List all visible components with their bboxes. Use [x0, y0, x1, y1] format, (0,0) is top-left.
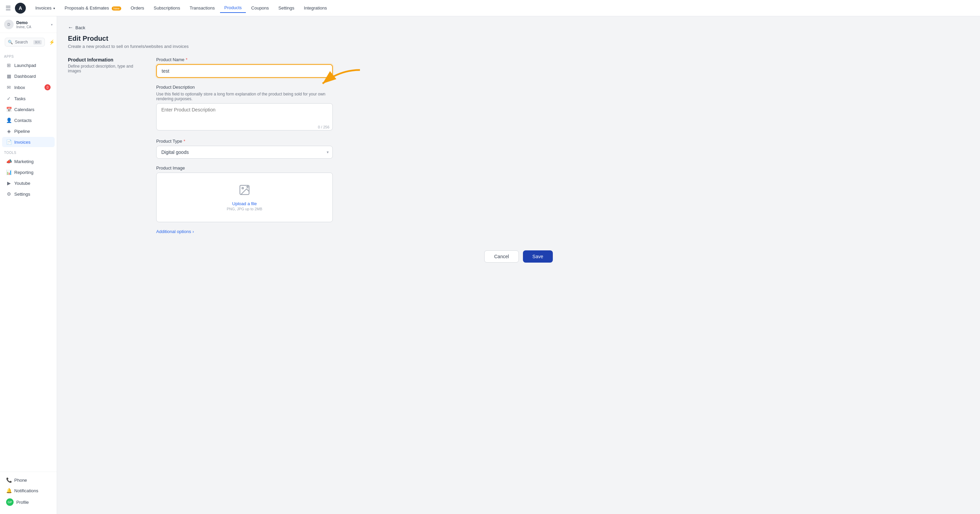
sidebar-item-youtube[interactable]: ▶ Youtube	[2, 178, 55, 188]
user-name: Demo	[16, 21, 48, 25]
sidebar-item-invoices[interactable]: 📄 Invoices	[2, 137, 55, 147]
sidebar-item-label: Calendars	[14, 107, 34, 112]
nav-subscriptions[interactable]: Subscriptions	[150, 3, 184, 13]
sidebar-item-label: Dashboard	[14, 74, 36, 79]
save-button[interactable]: Save	[523, 251, 553, 263]
sidebar-item-pipeline[interactable]: ◈ Pipeline	[2, 126, 55, 136]
main-content: ← Back Edit Product Create a new product…	[57, 16, 980, 514]
sidebar-item-label: Invoices	[14, 140, 30, 145]
new-badge: New	[112, 6, 121, 11]
product-name-input[interactable]	[156, 64, 333, 78]
product-description-helper: Use this field to optionally store a lon…	[156, 92, 333, 101]
additional-options-button[interactable]: Additional options ›	[156, 229, 333, 234]
sidebar-item-settings[interactable]: ⚙ Settings	[2, 189, 55, 199]
form-section-desc: Define product description, type and ima…	[68, 64, 143, 73]
sidebar-item-dashboard[interactable]: ▦ Dashboard	[2, 71, 55, 81]
hamburger-icon[interactable]: ☰	[5, 5, 11, 12]
product-description-label: Product Description	[156, 85, 333, 90]
required-indicator: *	[183, 139, 185, 144]
sidebar-item-notifications[interactable]: 🔔 Notifications	[2, 485, 55, 496]
phone-icon: 📞	[6, 477, 11, 483]
profile-avatar: GP	[6, 498, 14, 506]
reporting-icon: 📊	[6, 169, 11, 175]
nav-settings[interactable]: Settings	[274, 3, 299, 13]
upload-link[interactable]: Upload a file	[232, 201, 257, 206]
sidebar-item-label: Phone	[14, 478, 27, 483]
nav-integrations[interactable]: Integrations	[300, 3, 331, 13]
cancel-button[interactable]: Cancel	[484, 251, 519, 263]
nav-proposals[interactable]: Proposals & Estimates New	[60, 3, 125, 13]
sidebar: D Demo Irvine, CA ▾ 🔍 Search ⌘K ⚡ Apps ⊞…	[0, 16, 57, 514]
settings-icon: ⚙	[6, 191, 11, 197]
bolt-icon[interactable]: ⚡	[49, 40, 55, 45]
back-label: Back	[75, 25, 85, 30]
search-icon: 🔍	[8, 40, 13, 45]
image-upload-area[interactable]: Upload a file PNG, JPG up to 2MB	[156, 172, 333, 222]
sidebar-user[interactable]: D Demo Irvine, CA ▾	[0, 16, 57, 33]
sidebar-item-profile[interactable]: GP Profile	[2, 496, 55, 508]
nav-products[interactable]: Products	[220, 3, 245, 13]
back-button[interactable]: ← Back	[68, 24, 969, 30]
required-indicator: *	[186, 57, 188, 62]
nav-invoices[interactable]: Invoices ▾	[31, 3, 59, 13]
chevron-down-icon: ▾	[51, 23, 52, 27]
chevron-right-icon: ›	[192, 229, 194, 234]
youtube-icon: ▶	[6, 180, 11, 186]
product-type-select-wrap: Digital goods Physical goods Service ▾	[156, 146, 333, 159]
product-image-label: Product Image	[156, 166, 333, 171]
logo: A	[15, 3, 26, 14]
back-arrow-icon: ←	[68, 24, 73, 30]
sidebar-item-reporting[interactable]: 📊 Reporting	[2, 167, 55, 177]
sidebar-item-label: Notifications	[14, 488, 38, 493]
upload-icon	[239, 184, 251, 198]
sidebar-bottom: 📞 Phone 🔔 Notifications GP Profile	[0, 471, 57, 509]
product-name-group: Product Name *	[156, 57, 333, 78]
chevron-down-icon: ▾	[53, 6, 55, 10]
nav-orders[interactable]: Orders	[127, 3, 148, 13]
product-image-group: Product Image Upload a file PNG, JPG up …	[156, 166, 333, 222]
nav-coupons[interactable]: Coupons	[247, 3, 273, 13]
upload-hint: PNG, JPG up to 2MB	[227, 207, 262, 211]
form-fields: Product Name *	[156, 57, 333, 234]
sidebar-item-calendars[interactable]: 📅 Calendars	[2, 104, 55, 115]
sidebar-item-label: Launchpad	[14, 63, 36, 68]
sidebar-item-label: Inbox	[14, 85, 25, 90]
inbox-icon: ✉	[6, 85, 11, 90]
form-section-title: Product Information	[68, 57, 143, 62]
sidebar-item-label: Reporting	[14, 170, 33, 175]
pipeline-icon: ◈	[6, 128, 11, 134]
sidebar-item-contacts[interactable]: 👤 Contacts	[2, 115, 55, 125]
product-description-group: Product Description Use this field to op…	[156, 85, 333, 132]
notifications-icon: 🔔	[6, 488, 11, 493]
product-description-input[interactable]	[156, 103, 333, 131]
search-label: Search	[15, 40, 31, 45]
search-shortcut: ⌘K	[33, 40, 42, 45]
launchpad-icon: ⊞	[6, 62, 11, 68]
sidebar-item-label: Pipeline	[14, 129, 30, 134]
search-input[interactable]: 🔍 Search ⌘K	[5, 38, 45, 46]
tasks-icon: ✓	[6, 96, 11, 101]
sidebar-item-phone[interactable]: 📞 Phone	[2, 475, 55, 485]
top-nav: ☰ A Invoices ▾ Proposals & Estimates New…	[0, 0, 980, 16]
product-type-label: Product Type *	[156, 139, 333, 144]
product-type-select[interactable]: Digital goods Physical goods Service	[156, 146, 333, 159]
dashboard-icon: ▦	[6, 73, 11, 79]
calendars-icon: 📅	[6, 107, 11, 112]
inbox-badge: 0	[45, 84, 51, 90]
form-layout: Product Information Define product descr…	[68, 57, 969, 234]
sidebar-item-label: Contacts	[14, 118, 32, 123]
nav-transactions[interactable]: Transactions	[186, 3, 219, 13]
product-type-group: Product Type * Digital goods Physical go…	[156, 139, 333, 159]
sidebar-item-marketing[interactable]: 📣 Marketing	[2, 156, 55, 166]
invoices-icon: 📄	[6, 139, 11, 145]
page-title: Edit Product	[68, 35, 969, 43]
sidebar-item-inbox[interactable]: ✉ Inbox 0	[2, 82, 55, 93]
sidebar-item-label: Marketing	[14, 159, 33, 164]
sidebar-item-launchpad[interactable]: ⊞ Launchpad	[2, 60, 55, 70]
marketing-icon: 📣	[6, 159, 11, 164]
tools-section-label: Tools	[0, 147, 57, 156]
sidebar-item-label: Settings	[14, 192, 30, 197]
contacts-icon: 👤	[6, 118, 11, 123]
sidebar-item-tasks[interactable]: ✓ Tasks	[2, 93, 55, 104]
page-subtitle: Create a new product to sell on funnels/…	[68, 44, 969, 49]
